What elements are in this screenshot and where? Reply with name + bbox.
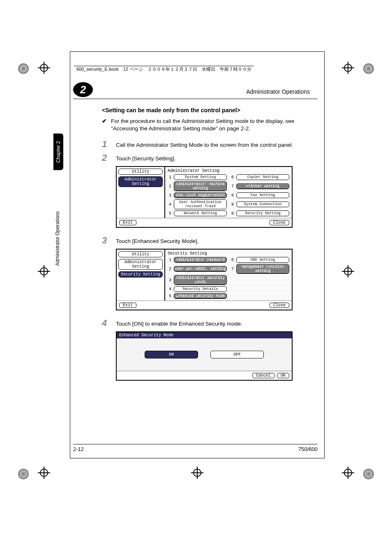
panel-title: Enhanced Security Mode <box>117 332 292 338</box>
menu-management-function[interactable]: 7Management Function Setting <box>230 264 289 274</box>
close-button[interactable]: Close <box>270 303 289 308</box>
menu-onetouch[interactable]: 3One-Touch Registration <box>168 192 227 198</box>
decoration-sphere <box>18 63 29 74</box>
screenshot-enhanced-security-mode: Enhanced Security Mode ON OFF Cancel OK <box>116 331 293 381</box>
source-file-header: 600_security_E.book 12 ページ ２００６年１２月２７日 水… <box>74 66 254 73</box>
step-3: 3 Touch [Enhanced Security Mode]. <box>102 236 316 245</box>
breadcrumb-utility[interactable]: Utility <box>118 251 163 257</box>
menu-user-auth[interactable]: 4User Authentication /Account Track <box>168 199 227 209</box>
section-heading: <Setting can be made only from the contr… <box>102 107 316 113</box>
registration-mark-icon <box>191 467 203 479</box>
breadcrumb-security-setting[interactable]: Security Setting <box>118 271 163 278</box>
close-button[interactable]: Close <box>270 220 289 225</box>
checkmark-icon: ✔ <box>102 118 107 132</box>
menu-security-details[interactable]: 4Security Details <box>168 286 227 292</box>
exit-button[interactable]: Exit <box>119 303 136 308</box>
step-text: Touch [ON] to enable the Enhanced Securi… <box>116 319 242 328</box>
side-tab-section: Administrator Operations <box>53 187 62 291</box>
registration-mark-icon <box>342 467 354 479</box>
panel-title: Administrator Setting <box>168 169 289 173</box>
decoration-sphere <box>363 63 374 74</box>
registration-mark-icon <box>38 62 50 74</box>
note-line: ✔ For the procedure to call the Administ… <box>102 118 316 132</box>
registration-mark-icon <box>38 265 50 278</box>
menu-system-connection[interactable]: 9System Connection <box>230 199 289 209</box>
cancel-button[interactable]: Cancel <box>252 373 274 378</box>
on-button[interactable]: ON <box>145 351 198 358</box>
menu-system-setting[interactable]: 1System Setting <box>168 174 227 180</box>
exit-button[interactable]: Exit <box>119 220 136 225</box>
header-divider <box>73 99 318 99</box>
page-number: 2-12 <box>73 446 84 452</box>
step-text: Call the Administrator Setting Mode to t… <box>116 140 293 149</box>
side-tab-chapter: Chapter 2 <box>53 134 63 170</box>
screenshot-security-setting: Utility Administrator Setting Security S… <box>116 249 293 310</box>
menu-printer-setting[interactable]: 7Printer Setting <box>230 181 289 191</box>
breadcrumb-admin-setting[interactable]: Administrator Setting <box>118 176 163 187</box>
step-1: 1 Call the Administrator Setting Mode to… <box>102 140 316 149</box>
step-4: 4 Touch [ON] to enable the Enhanced Secu… <box>102 319 316 328</box>
registration-mark-icon <box>342 265 354 278</box>
step-number: 1 <box>102 140 110 149</box>
side-tabs: Chapter 2 Administrator Operations <box>53 134 64 290</box>
page-footer: 2-12 750/600 <box>73 444 318 452</box>
note-text: For the procedure to call the Administra… <box>111 118 316 132</box>
menu-admin-security-level[interactable]: 3Administrator Security Level <box>168 275 227 285</box>
step-text: Touch [Enhanced Security Mode]. <box>116 236 199 245</box>
menu-security-setting[interactable]: 0Security Setting <box>230 210 289 216</box>
registration-mark-icon <box>342 62 354 74</box>
menu-admin-password[interactable]: 1Administrator Password <box>168 257 227 263</box>
registration-mark-icon <box>38 467 50 479</box>
decoration-sphere <box>18 469 29 479</box>
source-file-text: 600_security_E.book 12 ページ ２００６年１２月２７日 水… <box>74 66 254 73</box>
menu-userbox-admin[interactable]: 2User Box Admin. Setting <box>168 264 227 274</box>
ok-button[interactable]: OK <box>277 373 289 378</box>
menu-hdd-setting[interactable]: 6HDD Setting <box>230 257 289 263</box>
main-content: <Setting can be made only from the contr… <box>102 107 316 389</box>
off-button[interactable]: OFF <box>210 351 264 358</box>
menu-admin-machine[interactable]: 2Administrator/ Machine Setting <box>168 181 227 191</box>
menu-network-setting[interactable]: 5Network Setting <box>168 210 227 216</box>
model-number: 750/600 <box>298 446 318 452</box>
running-header: Administrator Operations <box>246 88 310 95</box>
step-number: 4 <box>102 319 110 328</box>
step-number: 3 <box>102 236 110 245</box>
menu-fax-setting[interactable]: 8Fax Setting <box>230 192 289 198</box>
breadcrumb-admin-setting[interactable]: Administrator Setting <box>118 259 163 270</box>
panel-title: Security Setting <box>168 251 289 256</box>
menu-copier-setting[interactable]: 6Copier Setting <box>230 174 289 180</box>
menu-enhanced-security-mode[interactable]: 5Enhanced Security Mode <box>168 293 227 299</box>
step-2: 2 Touch [Security Setting]. <box>102 153 316 163</box>
step-number: 2 <box>102 153 110 162</box>
step-text: Touch [Security Setting]. <box>116 153 176 163</box>
decoration-sphere <box>363 469 374 479</box>
breadcrumb-utility[interactable]: Utility <box>118 169 163 175</box>
screenshot-admin-setting: Utility Administrator Setting Administra… <box>116 166 293 228</box>
